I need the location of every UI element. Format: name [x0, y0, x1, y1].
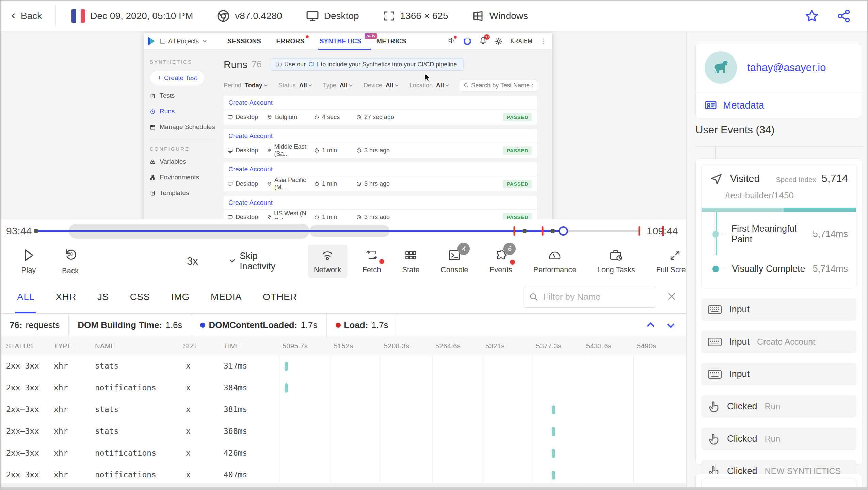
click-hand-icon — [708, 401, 720, 413]
metadata-button[interactable]: Metadata — [696, 92, 861, 118]
tab-all[interactable]: ALL — [17, 280, 34, 313]
timestamp-label: Dec 09, 2020, 05:10 PM — [90, 11, 193, 21]
test-search-input — [460, 80, 537, 91]
tab-xhr[interactable]: XHR — [55, 280, 76, 313]
jump-previous-button[interactable] — [647, 322, 654, 329]
cli-link: CLI — [308, 61, 318, 68]
hierarchy-icon — [150, 175, 156, 180]
sidebar-item-tests: Tests — [150, 92, 224, 99]
request-waterfall-bar — [552, 449, 555, 458]
search-icon — [529, 292, 539, 302]
runs-filters: PeriodToday StatusAll TypeAll DeviceAll … — [224, 80, 537, 91]
divider — [150, 139, 216, 139]
load-marker-dot — [336, 323, 341, 328]
sidebar-section-synthetics: SYNTHETICS — [150, 59, 224, 65]
time-tick: 5264.6s — [432, 342, 461, 350]
visited-event-card[interactable]: Visited Speed Index 5,714 /test-builder/… — [701, 164, 856, 288]
tab-js[interactable]: JS — [97, 280, 109, 313]
sidebar-item-runs: Runs — [150, 108, 224, 115]
panel-events-button[interactable]: 6 Events — [483, 245, 518, 278]
back-button[interactable]: Back — [1, 11, 55, 21]
project-selector: All Projects — [160, 38, 218, 45]
close-panel-button[interactable] — [666, 291, 677, 303]
panel-long-tasks-button[interactable]: Long Tasks — [591, 245, 641, 278]
event-item-clicked[interactable]: Clicked Run — [701, 428, 856, 450]
request-waterfall-bar — [285, 383, 288, 393]
window-bottom-edge — [1, 487, 867, 490]
table-row[interactable]: 2xx–3xxxhr statsx 317ms — [1, 355, 686, 377]
time-tick: 5490s — [633, 342, 656, 350]
nav-synthetics: SYNTHETICSNEW — [320, 37, 361, 45]
event-item-clicked[interactable]: Clicked Run — [701, 395, 856, 418]
dom-content-loaded: DOMContentLoaded:1.7s — [191, 314, 326, 337]
session-timestamp: Dec 09, 2020, 05:10 PM — [71, 9, 193, 23]
calendar-icon — [150, 124, 156, 130]
runs-page: Runs 76 i Use our CLI to include your Sy… — [224, 49, 552, 219]
horizontal-scrollbar[interactable] — [1, 483, 686, 487]
resolution-info: 1366 × 625 — [383, 10, 448, 22]
time-tick: 5321s — [482, 342, 505, 350]
project-icon — [160, 39, 165, 44]
jump-next-button[interactable] — [667, 321, 674, 328]
divider — [55, 6, 56, 26]
status-badge: PASSED — [503, 213, 532, 220]
panel-console-button[interactable]: 4 Console — [435, 245, 475, 278]
session-replay-window: Back Dec 09, 2020, 05:10 PM v87.0.4280 D… — [0, 0, 868, 490]
favorite-star-button[interactable] — [805, 9, 819, 23]
playhead-handle[interactable] — [559, 226, 568, 236]
table-row[interactable]: 2xx–3xxxhr notificationsx 426ms — [1, 442, 686, 464]
user-events-title: User Events (34) — [695, 124, 775, 136]
next-event-group — [695, 474, 862, 487]
first-meaningful-paint-row: First Meaningful Paint 5,714ms — [712, 224, 848, 245]
animal-avatar-icon — [711, 58, 731, 78]
skip-inactivity-toggle[interactable]: Skip Inactivity — [230, 251, 277, 272]
sidebar-item-templates: Templates — [150, 189, 224, 197]
project-label: All Projects — [168, 38, 199, 45]
table-row[interactable]: 2xx–3xxxhr statsx 381ms — [1, 399, 686, 421]
monitor-icon — [228, 115, 233, 120]
timeline-track[interactable] — [36, 230, 641, 232]
sidebar-item-environments: Environments — [150, 174, 224, 181]
share-button[interactable] — [837, 9, 851, 23]
alert-dot — [510, 260, 515, 265]
fullscreen-icon — [668, 248, 682, 262]
filter-by-name-input[interactable] — [523, 287, 656, 308]
panel-fetch-button[interactable]: Fetch — [356, 245, 387, 278]
speed-toggle[interactable]: 3x — [187, 255, 198, 267]
panel-performance-button[interactable]: Performance — [527, 245, 582, 278]
app-top-nav: All Projects SESSIONS ERRORS SYNTHETICSN… — [144, 33, 552, 49]
run-name-link: Create Account — [224, 196, 537, 210]
alert-dot — [454, 36, 457, 39]
panel-network-button[interactable]: Network — [308, 245, 348, 278]
performance-gauge-icon — [548, 248, 562, 262]
table-row[interactable]: 2xx–3xxxhr notificationsx 407ms — [1, 464, 686, 483]
id-card-icon — [705, 99, 717, 111]
tab-media[interactable]: MEDIA — [211, 280, 242, 313]
table-row[interactable]: 2xx–3xxxhr notificationsx 384ms — [1, 377, 686, 399]
new-badge: NEW — [365, 33, 377, 39]
errors-alert-dot — [306, 35, 309, 38]
asayer-logo-icon — [148, 37, 157, 46]
network-summary-bar: 76:requests DOM Building Time:1.6s DOMCo… — [1, 314, 686, 337]
requests-count: 76:requests — [1, 314, 69, 337]
error-marker — [639, 226, 640, 236]
gear-icon — [495, 37, 502, 45]
back-label: Back — [21, 11, 42, 21]
next-event-card — [701, 479, 856, 487]
playback-timeline: 93:44 109:44 — [1, 219, 686, 242]
event-item-input[interactable]: Input Create Account — [701, 331, 856, 353]
table-row[interactable]: 2xx–3xxxhr statsx 368ms — [1, 421, 686, 442]
play-icon — [21, 248, 36, 263]
event-item-input[interactable]: Input — [701, 298, 856, 321]
panel-state-button[interactable]: State — [396, 245, 425, 278]
tab-img[interactable]: IMG — [171, 280, 190, 313]
back-10s-button[interactable]: 10 Back — [56, 244, 85, 279]
tab-other[interactable]: OTHER — [263, 280, 297, 313]
app-nav-tabs: SESSIONS ERRORS SYNTHETICSNEW METRICS — [227, 37, 406, 45]
monitor-icon — [306, 10, 319, 22]
network-wifi-icon — [320, 248, 335, 262]
event-item-input[interactable]: Input — [701, 363, 856, 385]
play-button[interactable]: Play — [15, 244, 42, 278]
tab-css[interactable]: CSS — [130, 280, 150, 313]
load-time: Load:1.7s — [327, 314, 398, 337]
